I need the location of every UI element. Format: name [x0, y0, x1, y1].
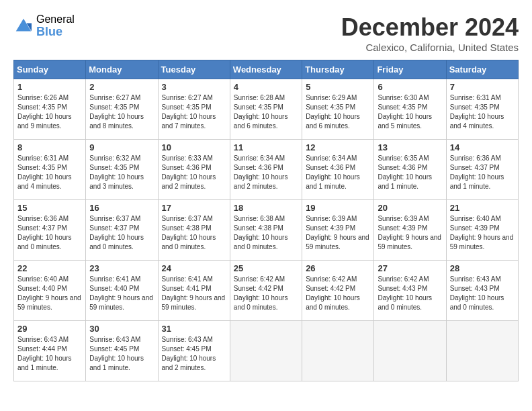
calendar-cell: 29 Sunrise: 6:43 AMSunset: 4:44 PMDaylig… — [14, 321, 86, 381]
day-number: 27 — [378, 263, 442, 273]
day-number: 8 — [17, 142, 82, 152]
calendar-cell: 8 Sunrise: 6:31 AMSunset: 4:35 PMDayligh… — [14, 140, 86, 200]
day-number: 17 — [162, 203, 226, 213]
calendar-row: 22 Sunrise: 6:40 AMSunset: 4:40 PMDaylig… — [14, 261, 519, 321]
calendar-cell: 9 Sunrise: 6:32 AMSunset: 4:35 PMDayligh… — [86, 140, 158, 200]
day-number: 26 — [306, 263, 370, 273]
calendar-cell: 5 Sunrise: 6:29 AMSunset: 4:35 PMDayligh… — [302, 79, 374, 140]
cell-info: Sunrise: 6:27 AMSunset: 4:35 PMDaylight:… — [162, 94, 216, 130]
cell-info: Sunrise: 6:41 AMSunset: 4:40 PMDaylight:… — [89, 275, 153, 311]
logo-blue: Blue — [36, 26, 75, 39]
day-number: 14 — [450, 142, 515, 152]
calendar-cell: 1 Sunrise: 6:26 AMSunset: 4:35 PMDayligh… — [14, 79, 86, 140]
calendar-cell: 11 Sunrise: 6:34 AMSunset: 4:36 PMDaylig… — [230, 140, 302, 200]
calendar-cell: 26 Sunrise: 6:42 AMSunset: 4:42 PMDaylig… — [302, 261, 374, 321]
cell-info: Sunrise: 6:43 AMSunset: 4:44 PMDaylight:… — [17, 336, 72, 371]
cell-info: Sunrise: 6:39 AMSunset: 4:39 PMDaylight:… — [306, 215, 369, 250]
page-header: General Blue December 2024 Calexico, Cal… — [13, 13, 519, 53]
cell-info: Sunrise: 6:32 AMSunset: 4:35 PMDaylight:… — [89, 154, 144, 190]
day-number: 18 — [234, 203, 298, 213]
logo-general: General — [36, 13, 75, 26]
cell-info: Sunrise: 6:31 AMSunset: 4:35 PMDaylight:… — [450, 94, 504, 130]
day-number: 19 — [306, 203, 370, 213]
calendar-cell: 30 Sunrise: 6:43 AMSunset: 4:45 PMDaylig… — [86, 321, 158, 381]
col-saturday: Saturday — [446, 60, 518, 79]
cell-info: Sunrise: 6:28 AMSunset: 4:35 PMDaylight:… — [234, 94, 288, 130]
calendar-cell: 31 Sunrise: 6:43 AMSunset: 4:45 PMDaylig… — [158, 321, 230, 381]
calendar-cell: 22 Sunrise: 6:40 AMSunset: 4:40 PMDaylig… — [14, 261, 86, 321]
cell-info: Sunrise: 6:33 AMSunset: 4:36 PMDaylight:… — [162, 154, 216, 190]
col-tuesday: Tuesday — [158, 60, 230, 79]
cell-info: Sunrise: 6:37 AMSunset: 4:38 PMDaylight:… — [162, 215, 216, 250]
calendar-cell: 15 Sunrise: 6:36 AMSunset: 4:37 PMDaylig… — [14, 200, 86, 261]
empty-cell — [302, 321, 374, 381]
calendar-cell: 25 Sunrise: 6:42 AMSunset: 4:42 PMDaylig… — [230, 261, 302, 321]
cell-info: Sunrise: 6:39 AMSunset: 4:39 PMDaylight:… — [378, 215, 441, 250]
cell-info: Sunrise: 6:40 AMSunset: 4:40 PMDaylight:… — [17, 275, 81, 311]
calendar-cell: 24 Sunrise: 6:41 AMSunset: 4:41 PMDaylig… — [158, 261, 230, 321]
day-number: 16 — [89, 203, 154, 213]
calendar-cell: 7 Sunrise: 6:31 AMSunset: 4:35 PMDayligh… — [446, 79, 518, 140]
logo-icon — [13, 16, 34, 36]
col-wednesday: Wednesday — [230, 60, 302, 79]
day-number: 23 — [89, 263, 154, 273]
cell-info: Sunrise: 6:37 AMSunset: 4:37 PMDaylight:… — [89, 215, 144, 250]
calendar-cell: 17 Sunrise: 6:37 AMSunset: 4:38 PMDaylig… — [158, 200, 230, 261]
day-number: 4 — [234, 82, 298, 92]
calendar-table: Sunday Monday Tuesday Wednesday Thursday… — [13, 60, 519, 381]
day-number: 1 — [17, 82, 82, 92]
day-number: 2 — [89, 82, 154, 92]
empty-cell — [374, 321, 446, 381]
title-area: December 2024 Calexico, California, Unit… — [341, 13, 519, 53]
day-number: 29 — [17, 324, 82, 334]
col-thursday: Thursday — [302, 60, 374, 79]
day-number: 7 — [450, 82, 515, 92]
day-number: 13 — [378, 142, 442, 152]
col-friday: Friday — [374, 60, 446, 79]
header-row: Sunday Monday Tuesday Wednesday Thursday… — [14, 60, 519, 79]
col-sunday: Sunday — [14, 60, 86, 79]
calendar-cell: 27 Sunrise: 6:42 AMSunset: 4:43 PMDaylig… — [374, 261, 446, 321]
calendar-cell: 12 Sunrise: 6:34 AMSunset: 4:36 PMDaylig… — [302, 140, 374, 200]
day-number: 30 — [89, 324, 154, 334]
day-number: 25 — [234, 263, 298, 273]
cell-info: Sunrise: 6:43 AMSunset: 4:43 PMDaylight:… — [450, 275, 504, 311]
calendar-row: 8 Sunrise: 6:31 AMSunset: 4:35 PMDayligh… — [14, 140, 519, 200]
day-number: 31 — [162, 324, 226, 334]
cell-info: Sunrise: 6:29 AMSunset: 4:35 PMDaylight:… — [306, 94, 360, 130]
calendar-cell: 19 Sunrise: 6:39 AMSunset: 4:39 PMDaylig… — [302, 200, 374, 261]
calendar-row: 15 Sunrise: 6:36 AMSunset: 4:37 PMDaylig… — [14, 200, 519, 261]
calendar-cell: 28 Sunrise: 6:43 AMSunset: 4:43 PMDaylig… — [446, 261, 518, 321]
cell-info: Sunrise: 6:26 AMSunset: 4:35 PMDaylight:… — [17, 94, 72, 130]
empty-cell — [230, 321, 302, 381]
calendar-cell: 3 Sunrise: 6:27 AMSunset: 4:35 PMDayligh… — [158, 79, 230, 140]
calendar-cell: 2 Sunrise: 6:27 AMSunset: 4:35 PMDayligh… — [86, 79, 158, 140]
day-number: 15 — [17, 203, 82, 213]
cell-info: Sunrise: 6:41 AMSunset: 4:41 PMDaylight:… — [162, 275, 226, 311]
cell-info: Sunrise: 6:42 AMSunset: 4:42 PMDaylight:… — [234, 275, 288, 311]
calendar-cell: 13 Sunrise: 6:35 AMSunset: 4:36 PMDaylig… — [374, 140, 446, 200]
cell-info: Sunrise: 6:36 AMSunset: 4:37 PMDaylight:… — [17, 215, 72, 250]
cell-info: Sunrise: 6:30 AMSunset: 4:35 PMDaylight:… — [378, 94, 432, 130]
calendar-cell: 16 Sunrise: 6:37 AMSunset: 4:37 PMDaylig… — [86, 200, 158, 261]
day-number: 22 — [17, 263, 82, 273]
empty-cell — [446, 321, 518, 381]
cell-info: Sunrise: 6:35 AMSunset: 4:36 PMDaylight:… — [378, 154, 432, 190]
cell-info: Sunrise: 6:34 AMSunset: 4:36 PMDaylight:… — [234, 154, 288, 190]
cell-info: Sunrise: 6:40 AMSunset: 4:39 PMDaylight:… — [450, 215, 514, 250]
day-number: 12 — [306, 142, 370, 152]
day-number: 5 — [306, 82, 370, 92]
calendar-cell: 14 Sunrise: 6:36 AMSunset: 4:37 PMDaylig… — [446, 140, 518, 200]
calendar-cell: 21 Sunrise: 6:40 AMSunset: 4:39 PMDaylig… — [446, 200, 518, 261]
calendar-cell: 18 Sunrise: 6:38 AMSunset: 4:38 PMDaylig… — [230, 200, 302, 261]
day-number: 3 — [162, 82, 226, 92]
cell-info: Sunrise: 6:43 AMSunset: 4:45 PMDaylight:… — [162, 336, 216, 371]
cell-info: Sunrise: 6:34 AMSunset: 4:36 PMDaylight:… — [306, 154, 360, 190]
calendar-cell: 6 Sunrise: 6:30 AMSunset: 4:35 PMDayligh… — [374, 79, 446, 140]
cell-info: Sunrise: 6:43 AMSunset: 4:45 PMDaylight:… — [89, 336, 144, 371]
cell-info: Sunrise: 6:31 AMSunset: 4:35 PMDaylight:… — [17, 154, 72, 190]
cell-info: Sunrise: 6:27 AMSunset: 4:35 PMDaylight:… — [89, 94, 144, 130]
cell-info: Sunrise: 6:38 AMSunset: 4:38 PMDaylight:… — [234, 215, 288, 250]
cell-info: Sunrise: 6:36 AMSunset: 4:37 PMDaylight:… — [450, 154, 504, 190]
day-number: 21 — [450, 203, 515, 213]
